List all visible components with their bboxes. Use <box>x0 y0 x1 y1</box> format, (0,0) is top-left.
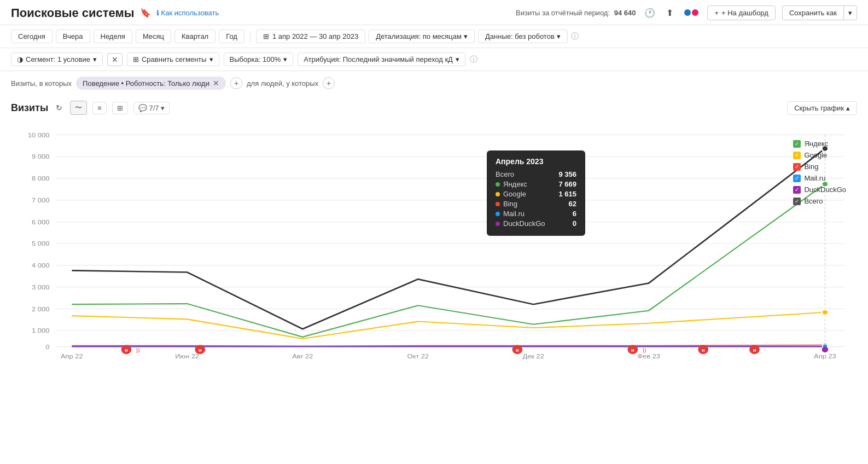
chevron-down-icon: ▾ <box>161 104 165 112</box>
segment-button[interactable]: ◑ Сегмент: 1 условие ▾ <box>11 53 103 66</box>
segment-pill-close[interactable]: ✕ <box>213 79 219 88</box>
svg-text:н: н <box>199 347 202 352</box>
compare-segments-button[interactable]: ⊞ Сравнить сегменты ▾ <box>127 53 219 66</box>
segment-close-button[interactable]: ✕ <box>107 53 123 66</box>
legend-mailru[interactable]: ✓ Mail.ru <box>793 174 846 182</box>
period-separator <box>250 31 251 42</box>
legend-yandex[interactable]: ✓ Яндекс <box>793 140 846 148</box>
attribution-button[interactable]: Атрибуция: Последний значимый переход кД… <box>298 53 465 66</box>
period-year[interactable]: Год <box>219 30 244 43</box>
period-bar: Сегодня Вчера Неделя Месяц Квартал Год ⊞… <box>0 25 868 48</box>
chevron-down-icon: ▾ <box>557 32 561 40</box>
svg-text:9 000: 9 000 <box>32 153 49 160</box>
legend-total[interactable]: ✓ Всего <box>793 197 846 205</box>
legend-duckduckgo[interactable]: ✓ DuckDuckGo <box>793 185 846 194</box>
svg-text:8 000: 8 000 <box>32 175 49 182</box>
svg-text:Апр 23: Апр 23 <box>814 352 836 359</box>
help-link[interactable]: ℹ Как использовать <box>156 9 219 17</box>
period-today[interactable]: Сегодня <box>11 30 53 43</box>
calendar-icon: ⊞ <box>263 32 269 40</box>
line-chart-btn[interactable]: 〜 <box>70 101 87 115</box>
period-quarter[interactable]: Квартал <box>174 30 215 43</box>
svg-text:4 000: 4 000 <box>32 262 49 269</box>
legend-check-yandex: ✓ <box>793 140 801 148</box>
add-people-button[interactable]: + <box>323 77 335 89</box>
chevron-down-icon: ▾ <box>464 32 468 40</box>
chart-title: Визиты <box>11 102 48 114</box>
period-week[interactable]: Неделя <box>94 30 132 43</box>
plus-icon: + <box>714 9 719 17</box>
svg-text:10 000: 10 000 <box>28 131 50 138</box>
save-group: Сохранить как ▾ <box>782 5 857 20</box>
segment-row: Визиты, в которых Поведение • Роботность… <box>0 71 868 95</box>
legend-label-yandex: Яндекс <box>804 140 828 148</box>
period-yesterday[interactable]: Вчера <box>56 30 90 43</box>
users-icon-btn[interactable] <box>682 6 701 20</box>
svg-text:н: н <box>516 347 519 352</box>
svg-text:)): )) <box>136 347 140 353</box>
legend-check-mailru: ✓ <box>793 175 801 182</box>
period-month[interactable]: Месяц <box>136 30 171 43</box>
legend-check-duckduckgo: ✓ <box>793 186 801 194</box>
chevron-down-icon: ▾ <box>93 55 97 63</box>
save-dropdown-button[interactable]: ▾ <box>843 5 857 20</box>
svg-text:3 000: 3 000 <box>32 284 49 291</box>
legend-label-duckduckgo: DuckDuckGo <box>804 185 846 194</box>
chart-legend: ✓ Яндекс ✓ Google ✓ Bing ✓ Mail.ru ✓ Duc… <box>793 140 846 205</box>
svg-text:н: н <box>125 347 128 352</box>
refresh-icon-btn[interactable]: ↻ <box>54 101 65 114</box>
add-condition-button[interactable]: + <box>230 77 242 89</box>
legend-check-total: ✓ <box>793 198 801 205</box>
legend-label-total: Всего <box>804 197 823 205</box>
data-robots-button[interactable]: Данные: без роботов ▾ <box>478 30 568 43</box>
segment-pill[interactable]: Поведение • Роботность: Только люди ✕ <box>76 77 226 90</box>
add-dashboard-button[interactable]: + + На дашборд <box>707 5 775 20</box>
segments-counter-btn[interactable]: 💬 7/7 ▾ <box>133 102 170 114</box>
legend-check-google: ✓ <box>793 152 801 159</box>
info-circle-icon: ℹ <box>156 9 159 17</box>
top-bar: Поисковые системы 🔖 ℹ Как использовать В… <box>0 0 868 25</box>
segment-icon: ◑ <box>17 55 23 63</box>
svg-text:н: н <box>631 347 634 352</box>
page-title: Поисковые системы <box>11 6 135 20</box>
svg-text:Окт 22: Окт 22 <box>407 352 429 359</box>
export-icon-btn[interactable]: ⬆ <box>664 5 675 20</box>
svg-text:5 000: 5 000 <box>32 240 49 247</box>
chevron-up-icon: ▴ <box>846 104 850 112</box>
date-range-button[interactable]: ⊞ 1 апр 2022 — 30 апр 2023 <box>256 30 365 43</box>
svg-text:Дек 22: Дек 22 <box>522 352 544 359</box>
sample-button[interactable]: Выборка: 100% ▾ <box>224 53 294 66</box>
svg-text:0: 0 <box>45 343 49 350</box>
save-button[interactable]: Сохранить как <box>782 5 843 20</box>
svg-text:2 000: 2 000 <box>32 305 49 312</box>
svg-point-49 <box>822 347 829 352</box>
svg-text:н: н <box>702 347 705 352</box>
bar-chart-btn[interactable]: ≡ <box>92 102 107 114</box>
svg-text:н: н <box>753 347 756 352</box>
legend-bing[interactable]: ✓ Bing <box>793 163 846 171</box>
table-chart-btn[interactable]: ⊞ <box>112 102 128 114</box>
svg-text:1 000: 1 000 <box>32 327 49 334</box>
chart-title-area: Визиты ↻ 〜 ≡ ⊞ 💬 7/7 ▾ <box>11 101 170 115</box>
legend-label-bing: Bing <box>804 163 818 171</box>
legend-google[interactable]: ✓ Google <box>793 151 846 159</box>
legend-label-mailru: Mail.ru <box>804 174 825 182</box>
hide-chart-button[interactable]: Скрыть график ▴ <box>787 101 857 115</box>
chart-header: Визиты ↻ 〜 ≡ ⊞ 💬 7/7 ▾ Скрыть график ▴ <box>0 95 868 118</box>
chevron-down-icon: ▾ <box>456 55 459 63</box>
svg-text:7 000: 7 000 <box>32 197 49 204</box>
svg-text:Июн 22: Июн 22 <box>175 352 199 359</box>
top-bar-left: Поисковые системы 🔖 ℹ Как использовать <box>11 6 219 20</box>
visits-label: Визиты за отчётный период: 94 640 <box>516 9 636 17</box>
svg-text:)): )) <box>642 347 646 353</box>
chevron-down-icon: ▾ <box>209 55 213 63</box>
clock-icon-btn[interactable]: 🕐 <box>642 5 657 20</box>
chevron-down-icon: ▾ <box>283 55 287 63</box>
bookmark-icon[interactable]: 🔖 <box>140 8 151 18</box>
people-label: для людей, у которых <box>247 79 318 88</box>
top-bar-right: Визиты за отчётный период: 94 640 🕐 ⬆ + … <box>516 5 857 20</box>
legend-label-google: Google <box>804 151 827 159</box>
chart-container: .axis-label { font-size: 11px; fill: #88… <box>11 118 857 364</box>
svg-text:Авг 22: Авг 22 <box>292 352 313 359</box>
detail-button[interactable]: Детализация: по месяцам ▾ <box>369 30 475 43</box>
